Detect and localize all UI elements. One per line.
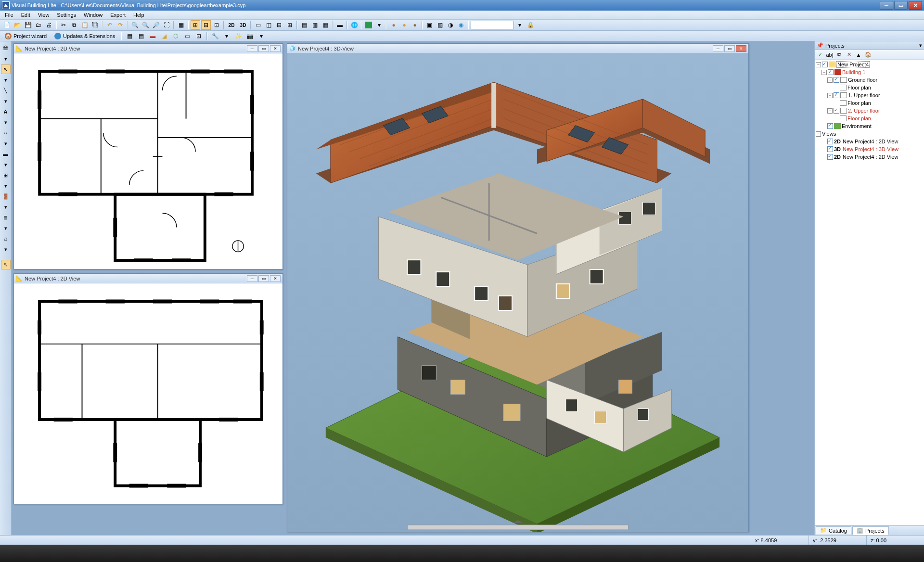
saveall-icon[interactable]: 🗂 (34, 20, 43, 30)
copy-icon[interactable]: ⧉ (69, 20, 79, 30)
misc4-icon[interactable]: ◉ (456, 20, 466, 30)
menu-settings[interactable]: Settings (54, 12, 79, 18)
mdi3-close[interactable]: ✕ (736, 45, 746, 52)
misc2-icon[interactable]: ▧ (435, 20, 445, 30)
tb2-1-icon[interactable]: ▦ (125, 31, 134, 41)
tb2-tool-icon[interactable]: 🔧 (210, 31, 220, 41)
menu-view[interactable]: View (35, 12, 52, 18)
mdi3-canvas[interactable] (287, 53, 748, 532)
mdi3-min[interactable]: ─ (713, 45, 723, 52)
tree-ground[interactable]: − Ground floor (816, 76, 923, 84)
snap2-icon[interactable]: ⊟ (201, 20, 211, 30)
undo-icon[interactable]: ↶ (105, 20, 115, 30)
tb2-7-icon[interactable]: ⊡ (194, 31, 204, 41)
tab-catalog[interactable]: 📁 Catalog (816, 526, 851, 535)
tree-upper2-fp[interactable]: Floor plan (816, 115, 923, 122)
tree-view2[interactable]: 3D New Project4 : 3D-View (816, 145, 923, 153)
tb2-5-icon[interactable]: ⬡ (171, 31, 180, 41)
menu-window[interactable]: Window (81, 12, 105, 18)
layer3-icon[interactable]: ▦ (321, 20, 330, 30)
pt-copy-icon[interactable]: ⧉ (836, 51, 843, 58)
panel-pin-icon[interactable]: 📌 (817, 42, 823, 49)
os-taskbar[interactable] (0, 545, 924, 562)
mdi2-min[interactable]: ─ (247, 275, 257, 282)
tb2-6-icon[interactable]: ▭ (182, 31, 192, 41)
pt-home-icon[interactable]: 🏠 (865, 51, 872, 58)
view2d-button[interactable]: 2D (226, 20, 237, 30)
mdi2-max[interactable]: ▭ (258, 275, 269, 282)
layout2-icon[interactable]: ◫ (264, 20, 273, 30)
tree-view3[interactable]: 2D New Project4 : 2D View (816, 153, 923, 161)
maximize-button[interactable]: ▭ (894, 1, 908, 10)
lt-dd3-icon[interactable]: ▾ (1, 96, 11, 106)
lt-window-icon[interactable]: ⊞ (1, 170, 11, 180)
menu-export[interactable]: Export (107, 12, 128, 18)
zoomout-icon[interactable]: 🔎 (151, 20, 161, 30)
snap1-icon[interactable]: ⊞ (191, 20, 200, 30)
lt-dd4-icon[interactable]: ▾ (1, 117, 11, 127)
tab-projects[interactable]: 🏢 Projects (852, 526, 889, 535)
snap3-icon[interactable]: ⊡ (212, 20, 221, 30)
dropdown-icon[interactable]: ▾ (374, 20, 384, 30)
color-icon[interactable] (365, 22, 372, 28)
lt-door-icon[interactable]: 🚪 (1, 192, 11, 201)
lt-dd9-icon[interactable]: ▾ (1, 223, 11, 233)
toolbar-combo[interactable] (471, 21, 514, 29)
layout3-icon[interactable]: ⊟ (274, 20, 284, 30)
updates-button[interactable]: Updates & Extensions (51, 32, 118, 40)
tree-upper1-fp[interactable]: Floor plan (816, 99, 923, 107)
mdi-2d-window-2[interactable]: 📐 New Project4 : 2D View ─ ▭ ✕ (13, 273, 283, 504)
lt-dd2-icon[interactable]: ▾ (1, 75, 11, 85)
misc3-icon[interactable]: ◑ (446, 20, 455, 30)
tree-ground-fp[interactable]: Floor plan (816, 84, 923, 91)
tb2-3-icon[interactable]: ▬ (148, 31, 157, 41)
lt-stairs-icon[interactable]: ≣ (1, 213, 11, 222)
tree-env[interactable]: Environment (816, 122, 923, 130)
pt-rename-icon[interactable]: ab| (826, 51, 833, 58)
lock-icon[interactable]: 🔒 (526, 20, 535, 30)
cut-icon[interactable]: ✂ (59, 20, 68, 30)
mdi1-canvas[interactable] (14, 53, 282, 269)
tb2-cam-icon[interactable]: 📷 (245, 31, 255, 41)
globe-icon[interactable]: 🌐 (349, 20, 359, 30)
menu-edit[interactable]: Edit (18, 12, 33, 18)
lt-dd5-icon[interactable]: ▾ (1, 139, 11, 148)
pt-check-icon[interactable]: ✓ (817, 51, 823, 58)
wall-tool-icon[interactable]: ▬ (335, 20, 345, 30)
close-button[interactable]: ✕ (909, 1, 922, 10)
zoomin-icon[interactable]: 🔍 (141, 20, 150, 30)
tree-upper1[interactable]: − 1. Upper floor (816, 91, 923, 99)
project-tree[interactable]: − New Project4 − Building 1 − Ground flo… (815, 60, 924, 525)
mdi1-max[interactable]: ▭ (258, 45, 269, 52)
sphere3-icon[interactable]: ● (410, 20, 420, 30)
view3d-button[interactable]: 3D (238, 20, 248, 30)
combo-drop-icon[interactable]: ▾ (515, 20, 525, 30)
print-icon[interactable]: 🖨 (44, 20, 54, 30)
paste-icon[interactable]: 📋 (80, 20, 90, 30)
project-wizard-button[interactable]: 🏠 Project wizard (2, 32, 50, 40)
lt-dd6-icon[interactable]: ▾ (1, 160, 11, 169)
pt-up-icon[interactable]: ▲ (855, 51, 862, 58)
menu-help[interactable]: Help (130, 12, 147, 18)
layout1-icon[interactable]: ▭ (253, 20, 263, 30)
tb2-drop2-icon[interactable]: ▾ (257, 31, 266, 41)
new-icon[interactable]: 📄 (2, 20, 12, 30)
lt-select-icon[interactable]: ↖ (1, 64, 11, 74)
lt-line-icon[interactable]: ╲ (1, 86, 11, 95)
tree-building[interactable]: − Building 1 (816, 68, 923, 76)
lt-wall-icon[interactable]: ▬ (1, 149, 11, 159)
panel-menu-icon[interactable]: ▾ (919, 42, 922, 49)
tree-root[interactable]: − New Project4 (816, 61, 923, 68)
tb2-2-icon[interactable]: ▤ (136, 31, 146, 41)
redo-icon[interactable]: ↷ (116, 20, 125, 30)
open-icon[interactable]: 📂 (13, 20, 22, 30)
lt-dd7-icon[interactable]: ▾ (1, 181, 11, 191)
lt-building-icon[interactable]: 🏛 (1, 43, 11, 53)
lt-pointer-icon[interactable]: ↖ (1, 260, 11, 269)
lt-dim-icon[interactable]: ↔ (1, 128, 11, 138)
tree-upper2[interactable]: − 2. Upper floor (816, 107, 923, 115)
zoomfit-icon[interactable]: ⛶ (162, 20, 171, 30)
mdi1-min[interactable]: ─ (247, 45, 257, 52)
zoom-icon[interactable]: 🔍 (130, 20, 140, 30)
sphere2-icon[interactable]: ● (399, 20, 409, 30)
